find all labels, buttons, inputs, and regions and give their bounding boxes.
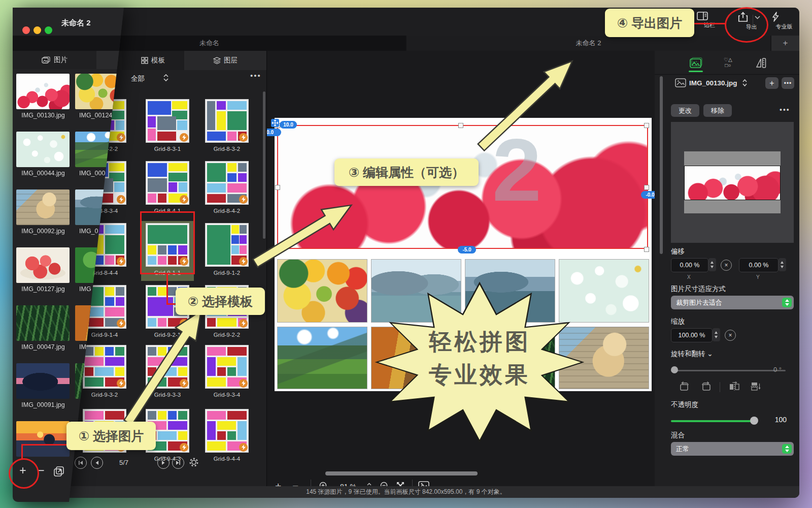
offset-x-field[interactable]: 0.00 % <box>671 258 708 272</box>
blend-dropdown[interactable]: 正常 <box>671 442 794 456</box>
pro-badge-icon <box>117 257 125 266</box>
selection-handle[interactable] <box>644 123 649 128</box>
annotation-step1: ① 选择图片 <box>66 422 156 450</box>
burst-text-line2: 专业效果 <box>370 360 589 390</box>
prev-page-button[interactable] <box>91 457 103 469</box>
zoom-level-value[interactable]: 81 % <box>340 483 356 486</box>
scale-field[interactable]: 100.00 % <box>671 328 713 342</box>
image-preview-icon[interactable] <box>418 481 429 486</box>
opacity-slider-knob[interactable] <box>750 417 758 425</box>
remove-object-button[interactable]: − <box>292 480 298 486</box>
flip-horizontal-icon[interactable] <box>729 381 740 391</box>
collage-cell-meadow[interactable] <box>277 327 367 389</box>
grid-icon <box>141 57 148 64</box>
crop-preview[interactable] <box>671 122 794 243</box>
pro-badge-icon <box>117 133 125 142</box>
tab-rulers[interactable] <box>755 57 767 69</box>
offset-y-stepper[interactable] <box>779 258 786 271</box>
scale-stepper[interactable] <box>713 328 720 341</box>
tab-templates[interactable]: 模板 <box>122 51 184 70</box>
zoom-stepper-icon[interactable] <box>366 482 372 486</box>
collage-cell-raspberry-selected[interactable]: 2 <box>277 125 648 249</box>
pro-badge-icon <box>239 195 248 204</box>
selection-handle[interactable] <box>458 123 463 128</box>
tab-untitled-2[interactable]: 未命名 2 <box>407 36 770 51</box>
document-tabbar: 未命名 未命名 2 + <box>13 36 799 51</box>
pro-label: 专业版 <box>776 23 793 29</box>
image-switch-chevrons-icon[interactable] <box>742 78 748 88</box>
pro-badge-icon <box>117 379 125 388</box>
offset-label: 偏移 <box>671 247 685 256</box>
first-page-button[interactable] <box>75 457 87 469</box>
fit-mode-dropdown[interactable]: 裁剪图片去适合 <box>671 296 794 309</box>
filter-all-dropdown[interactable]: 全部 <box>131 74 145 83</box>
template-selection-ring <box>140 211 195 274</box>
sidebar-icon <box>697 12 722 20</box>
offset-badge-bottom: -5.0 <box>458 246 476 253</box>
fit-to-screen-icon[interactable] <box>396 481 405 486</box>
fit-mode-label: 图片尺寸适应方式 <box>671 284 726 294</box>
template-scrollbar[interactable] <box>263 91 265 239</box>
pro-badge-icon <box>239 133 248 142</box>
opacity-slider-track[interactable] <box>671 420 757 422</box>
annotation-connector <box>166 274 168 305</box>
tab-image-properties[interactable]: A° <box>688 57 703 70</box>
opacity-label: 不透明度 <box>671 400 698 409</box>
svg-text:A°: A° <box>693 60 697 65</box>
offset-y-field[interactable]: 0.00 % <box>739 258 779 272</box>
active-tab-underline <box>689 71 703 72</box>
rotate-ccw-icon[interactable] <box>679 381 690 391</box>
pro-badge-icon <box>180 133 188 142</box>
offset-badge-left: 0.0 <box>266 129 281 136</box>
last-page-button[interactable] <box>172 457 184 469</box>
sidebar-toggle-button[interactable]: 边栏 <box>697 12 722 29</box>
annotation-connector <box>21 444 23 459</box>
template-settings-gear-icon[interactable] <box>188 457 199 468</box>
selection-handle[interactable] <box>644 247 649 252</box>
tab-layers[interactable]: 图层 <box>184 51 266 70</box>
more-options-button[interactable]: ••• <box>780 106 790 114</box>
move-cursor-icon <box>271 119 279 127</box>
rotation-slider-track[interactable] <box>671 370 786 371</box>
add-object-button[interactable]: + <box>275 480 281 486</box>
remove-image-button[interactable]: 移除 <box>703 104 732 117</box>
offset-clear-button[interactable]: × <box>721 260 732 271</box>
canvas-hscrollbar[interactable] <box>325 471 478 475</box>
new-tab-button[interactable]: + <box>771 36 799 51</box>
selection-handle[interactable] <box>644 185 649 190</box>
zoom-out-icon[interactable] <box>380 481 390 486</box>
annotation-step4: ④ 导出图片 <box>605 9 694 37</box>
change-image-button[interactable]: 更改 <box>671 104 699 117</box>
pro-version-button[interactable]: 专业版 <box>771 12 797 30</box>
scale-label: 缩放 <box>671 317 685 326</box>
scale-clear-button[interactable]: × <box>725 330 736 341</box>
selection-handle[interactable] <box>275 185 280 190</box>
desktop: 边栏 导出 专业版 未命名 未命名 2 + <box>0 0 812 508</box>
next-page-button[interactable] <box>157 457 170 469</box>
image-menu-button[interactable]: ••• <box>782 77 794 89</box>
dropdown-stepper-icon <box>782 298 792 307</box>
page-indicator: 5/7 <box>119 459 128 466</box>
zoom-in-icon[interactable] <box>319 481 329 486</box>
updown-chevrons-icon[interactable] <box>163 73 169 82</box>
flip-vertical-icon[interactable] <box>750 381 761 391</box>
export-button-ring <box>725 7 768 43</box>
annotation-connector <box>693 23 726 24</box>
selected-image-name[interactable]: IMG_00130.jpg <box>689 79 737 87</box>
statusbar: 145 张源图片，9 张已使用。当前画板尺寸 842.00x595.00，有 9… <box>13 486 799 498</box>
template-panel: 模板 图层 全部 ••• Grid-8-2-2 Grid-8-3-1 Grid-… <box>13 51 266 486</box>
offset-x-stepper[interactable] <box>708 258 716 271</box>
offset-badge-top: 10.0 <box>280 121 297 129</box>
rotation-slider-knob[interactable] <box>671 366 678 373</box>
collage-cell-fruits[interactable] <box>277 259 367 323</box>
lightning-pen-icon <box>771 12 797 22</box>
inspector-scrollbar[interactable] <box>660 76 663 254</box>
tab-shapes[interactable]: ♡△□○ <box>724 57 732 68</box>
template-menu-button[interactable]: ••• <box>250 71 261 80</box>
add-button-ring <box>9 458 39 489</box>
pro-badge-icon <box>117 319 125 328</box>
pro-badge-icon <box>239 379 248 388</box>
tab-untitled[interactable]: 未命名 <box>13 36 406 51</box>
rotate-cw-icon[interactable] <box>700 381 712 391</box>
add-image-button[interactable]: + <box>765 77 779 89</box>
